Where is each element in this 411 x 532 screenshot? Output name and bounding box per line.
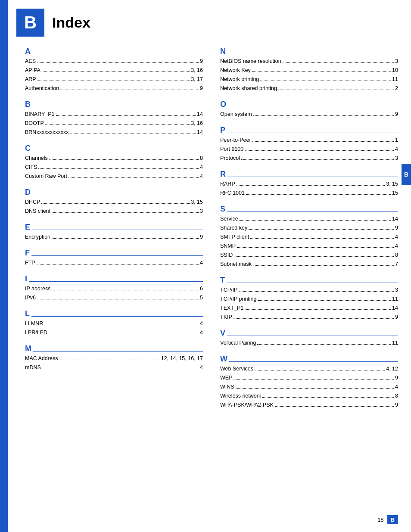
list-item: MAC Address12, 14, 15, 16, 17	[25, 354, 203, 363]
index-entries: AES9APIPA3, 16ARP3, 17Authentication9	[25, 57, 203, 93]
entry-dots	[252, 72, 391, 72]
entry-page: 12, 14, 15, 16, 17	[161, 354, 203, 363]
page-number-box-letter: B	[391, 516, 395, 523]
section-B: BBINARY_P114BOOTP3, 16BRNxxxxxxxxxxxx14	[25, 100, 203, 137]
list-item: Port 91004	[220, 145, 398, 153]
entry-page: 4	[395, 233, 398, 241]
entry-dots	[59, 360, 159, 360]
list-item: SNMP4	[220, 242, 398, 250]
entry-page: 11	[392, 295, 398, 303]
entry-dots	[37, 81, 190, 81]
entry-name: Network Key	[220, 66, 251, 75]
page-number-box: B	[387, 515, 398, 524]
entry-name: Vertical Pairing	[220, 339, 256, 347]
entry-dots	[245, 150, 394, 151]
entry-page: 4	[200, 172, 203, 180]
index-entries: NetBIOS name resolution3Network Key10Net…	[220, 57, 398, 93]
entry-name: DHCP	[25, 198, 40, 206]
entry-name: MAC Address	[25, 354, 58, 363]
list-item: Network Key10	[220, 66, 398, 75]
entry-page: 11	[392, 339, 398, 347]
entry-dots	[37, 264, 199, 264]
list-item: CIFS4	[25, 163, 203, 171]
entry-name: NetBIOS name resolution	[220, 57, 281, 65]
entry-name: Shared key	[220, 224, 247, 232]
section-V: VVertical Pairing11	[220, 329, 398, 347]
index-entries: LLMNR4LPR/LPD4	[25, 319, 203, 337]
entry-name: Peer-to-Peer	[220, 136, 251, 144]
page-number: 18	[377, 516, 383, 523]
entry-dots	[234, 379, 394, 380]
index-entries: IP address6IPv65	[25, 284, 203, 302]
section-A: AAES9APIPA3, 16ARP3, 17Authentication9	[25, 47, 203, 93]
section-underline	[227, 212, 398, 212]
index-entries: Vertical Pairing11	[220, 339, 398, 347]
list-item: WEP9	[220, 373, 398, 382]
list-item: Subnet mask7	[220, 260, 398, 268]
entry-name: Open system	[220, 110, 252, 118]
section-C: CChannels8CIFS4Custom Raw Port4	[25, 144, 203, 180]
entry-dots	[250, 238, 394, 239]
entry-dots	[38, 168, 199, 169]
section-S: SService14Shared key9SMTP client4SNMP4SS…	[220, 205, 398, 268]
entry-name: BOOTP	[25, 119, 44, 128]
list-item: Custom Raw Port4	[25, 172, 203, 180]
section-header: S	[220, 205, 398, 213]
entry-name: Authentication	[25, 84, 59, 93]
entry-page: 4	[200, 258, 203, 267]
entry-dots	[234, 318, 394, 319]
entry-name: Protocol	[220, 154, 240, 162]
index-entries: BINARY_P114BOOTP3, 16BRNxxxxxxxxxxxx14	[25, 110, 203, 137]
section-underline	[228, 107, 398, 108]
entry-page: 9	[395, 401, 398, 409]
entry-page: 3	[395, 286, 398, 294]
entry-page: 4	[395, 145, 398, 153]
list-item: DHCP3, 15	[25, 198, 203, 206]
entry-page: 9	[200, 84, 203, 93]
section-underline	[32, 151, 203, 152]
section-underline	[227, 336, 398, 336]
list-item: Network printing11	[220, 75, 398, 84]
entry-page: 14	[392, 215, 398, 223]
entry-name: ARP	[25, 75, 36, 84]
entry-page: 5	[200, 293, 203, 302]
section-letter: E	[25, 223, 30, 231]
list-item: SSID8	[220, 251, 398, 259]
entry-page: 4	[200, 319, 203, 328]
entry-dots	[241, 159, 394, 160]
entry-name: WPA-PSK/WPA2-PSK	[220, 401, 274, 409]
page-header: B Index	[8, 0, 411, 41]
index-entries: Peer-to-Peer1Port 91004Protocol3	[220, 136, 398, 162]
index-entries: Service14Shared key9SMTP client4SNMP4SSI…	[220, 215, 398, 268]
list-item: TCP/IP printing11	[220, 295, 398, 303]
entry-name: SNMP	[220, 242, 236, 250]
entry-dots	[52, 212, 199, 213]
entry-name: LLMNR	[25, 319, 43, 328]
entry-name: TCP/IP	[220, 286, 237, 294]
section-letter: T	[220, 276, 225, 284]
section-header: C	[25, 144, 203, 152]
entry-page: 6	[200, 284, 203, 293]
section-O: OOpen system9	[220, 100, 398, 118]
index-entries: Channels8CIFS4Custom Raw Port4	[25, 154, 203, 180]
section-letter: W	[220, 355, 227, 363]
entry-page: 8	[395, 392, 398, 400]
list-item: Shared key9	[220, 224, 398, 232]
entry-name: AES	[25, 57, 36, 65]
entry-dots	[70, 134, 196, 134]
entry-dots	[236, 388, 394, 389]
entry-dots	[44, 325, 199, 325]
list-item: IP address6	[25, 284, 203, 293]
list-item: LLMNR4	[25, 319, 203, 328]
entry-dots	[257, 344, 391, 345]
section-header: P	[220, 126, 398, 134]
section-header: F	[25, 249, 203, 257]
entry-page: 15	[392, 189, 398, 197]
entry-dots	[42, 369, 199, 369]
list-item: RFC 100115	[220, 189, 398, 197]
section-letter: D	[25, 188, 31, 196]
page-title: Index	[52, 14, 90, 31]
entry-name: Service	[220, 215, 238, 223]
entry-page: 3, 16	[191, 66, 203, 75]
section-underline	[32, 230, 203, 230]
